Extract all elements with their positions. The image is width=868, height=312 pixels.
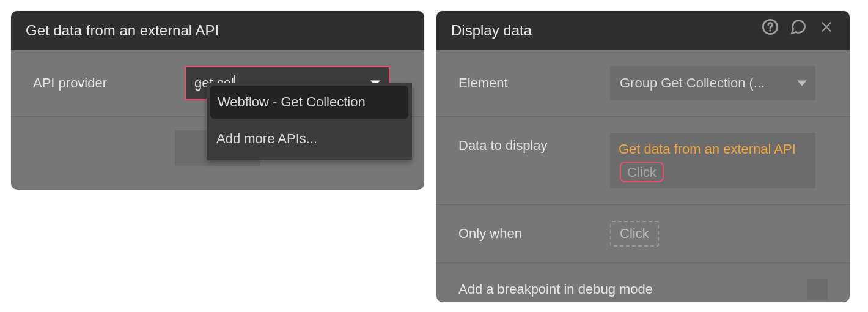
row-element: Element Group Get Collection (... — [436, 50, 850, 117]
breakpoint-toggle[interactable] — [807, 279, 828, 300]
row-only-when: Only when Click — [436, 205, 850, 263]
api-provider-dropdown: Webflow - Get Collection Add more APIs..… — [207, 83, 412, 160]
help-icon[interactable] — [762, 11, 779, 50]
breakpoint-label: Add a breakpoint in debug mode — [458, 281, 807, 297]
only-when-click[interactable]: Click — [610, 221, 659, 247]
panel-title: Display data — [451, 11, 532, 50]
panel-display-data: Display data Element Group Get Collectio… — [436, 11, 850, 302]
comment-icon[interactable] — [790, 11, 807, 50]
element-label: Element — [458, 75, 610, 91]
data-linked-expression[interactable]: Get data from an external API — [619, 139, 796, 159]
row-data-to-display: Data to display Get data from an externa… — [436, 117, 850, 205]
panel-header-display-data: Display data — [436, 11, 850, 50]
row-breakpoint: Add a breakpoint in debug mode — [436, 263, 850, 312]
svg-point-1 — [769, 29, 771, 32]
dropdown-item-add-more-apis[interactable]: Add more APIs... — [207, 121, 412, 157]
only-when-label: Only when — [458, 226, 610, 242]
panel-title: Get data from an external API — [26, 11, 219, 50]
element-select[interactable]: Group Get Collection (... — [610, 66, 815, 100]
click-pill[interactable]: Click — [620, 162, 664, 182]
panel-header-get-data: Get data from an external API — [11, 11, 424, 50]
data-to-display-label: Data to display — [458, 133, 610, 154]
panel-get-data: Get data from an external API API provid… — [11, 11, 424, 190]
data-to-display-value[interactable]: Get data from an external API Click — [610, 133, 815, 188]
api-provider-label: API provider — [33, 75, 185, 91]
element-select-value: Group Get Collection (... — [620, 75, 765, 91]
dropdown-item-webflow-get-collection[interactable]: Webflow - Get Collection — [210, 86, 408, 119]
chevron-down-icon — [797, 81, 807, 86]
close-icon[interactable] — [818, 11, 835, 50]
